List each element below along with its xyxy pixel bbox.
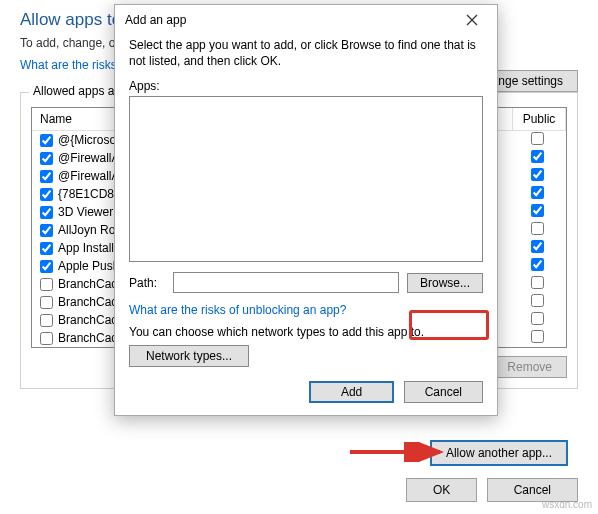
row-enable-checkbox[interactable] (40, 314, 53, 327)
row-enable-checkbox[interactable] (40, 242, 53, 255)
add-button[interactable]: Add (309, 381, 394, 403)
row-public-checkbox[interactable] (531, 312, 544, 325)
row-public-checkbox[interactable] (531, 222, 544, 235)
row-public-checkbox[interactable] (531, 186, 544, 199)
close-icon[interactable] (457, 14, 487, 26)
apps-label: Apps: (129, 79, 483, 93)
add-app-dialog: Add an app Select the app you want to ad… (114, 4, 498, 416)
row-public-checkbox[interactable] (531, 240, 544, 253)
row-public-checkbox[interactable] (531, 258, 544, 271)
path-input[interactable] (173, 272, 399, 293)
dialog-title: Add an app (125, 13, 186, 27)
row-enable-checkbox[interactable] (40, 278, 53, 291)
row-public-checkbox[interactable] (531, 294, 544, 307)
remove-button[interactable]: Remove (492, 356, 567, 378)
row-public-checkbox[interactable] (531, 132, 544, 145)
allowed-apps-group-label: Allowed apps an (29, 84, 125, 98)
row-public-checkbox[interactable] (531, 168, 544, 181)
annotation-arrow (350, 442, 450, 462)
row-enable-checkbox[interactable] (40, 206, 53, 219)
unblock-risks-link[interactable]: What are the risks of unblocking an app? (129, 303, 346, 317)
path-label: Path: (129, 276, 165, 290)
network-types-button[interactable]: Network types... (129, 345, 249, 367)
col-public[interactable]: Public (513, 108, 566, 130)
dialog-cancel-button[interactable]: Cancel (404, 381, 483, 403)
row-enable-checkbox[interactable] (40, 170, 53, 183)
row-public-checkbox[interactable] (531, 276, 544, 289)
row-public-checkbox[interactable] (531, 150, 544, 163)
dialog-description: Select the app you want to add, or click… (129, 37, 483, 69)
row-enable-checkbox[interactable] (40, 152, 53, 165)
row-enable-checkbox[interactable] (40, 296, 53, 309)
ok-button[interactable]: OK (406, 478, 477, 502)
network-types-text: You can choose which network types to ad… (129, 325, 483, 339)
row-enable-checkbox[interactable] (40, 332, 53, 345)
browse-button[interactable]: Browse... (407, 273, 483, 293)
watermark: wsxdn.com (542, 499, 592, 510)
row-enable-checkbox[interactable] (40, 188, 53, 201)
row-enable-checkbox[interactable] (40, 260, 53, 273)
allow-another-app-button[interactable]: Allow another app... (430, 440, 568, 466)
row-public-checkbox[interactable] (531, 330, 544, 343)
row-enable-checkbox[interactable] (40, 224, 53, 237)
row-enable-checkbox[interactable] (40, 134, 53, 147)
apps-listbox[interactable] (129, 96, 483, 262)
row-public-checkbox[interactable] (531, 204, 544, 217)
